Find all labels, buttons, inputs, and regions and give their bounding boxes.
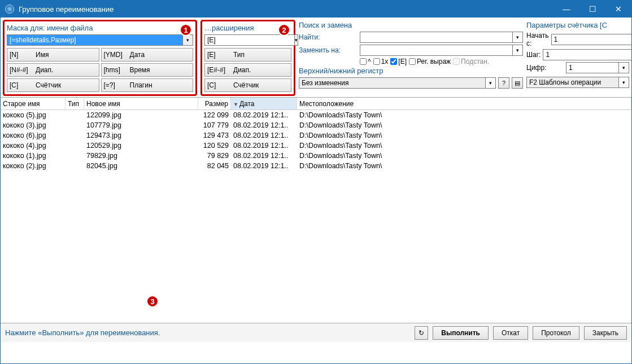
ext-mask-group: 2 …расширения ▾ [E]Тип[E#-#]Диап.[C]Счёт… <box>201 20 295 96</box>
name-mask-group: 1 Маска для: имени файла ▾ [N]Имя[YMD]Да… <box>3 20 197 96</box>
find-input[interactable] <box>360 32 513 43</box>
close-button[interactable]: ✕ <box>605 1 631 17</box>
counter-start-label: Начать с: <box>526 32 549 47</box>
undo-button[interactable]: Откат <box>493 326 528 340</box>
col-location[interactable]: Местоположение <box>297 98 631 109</box>
annotation-badge-3: 3 <box>146 295 159 308</box>
counter-digits-dropdown[interactable]: ▾ <box>619 62 629 73</box>
find-replace-header: Поиск и замена <box>299 21 523 29</box>
template-select[interactable]: F2 Шаблоны операции <box>526 77 619 88</box>
counter-digits-select[interactable]: 1 <box>566 62 619 73</box>
table-row[interactable]: кококо (4).jpg120529.jpg120 52908.02.201… <box>1 141 631 151</box>
chk-caret[interactable]: ^ <box>360 58 371 65</box>
list-header: Старое имя Тип Новое имя Размер ▼Дата Ме… <box>1 98 631 110</box>
window-title: Групповое переименование <box>19 5 553 14</box>
name-mask-btn[interactable]: [=?]Плагин <box>101 78 194 92</box>
name-mask-btn[interactable]: [N]Имя <box>7 48 99 62</box>
ext-mask-btn[interactable]: [C]Счётчик <box>204 78 291 92</box>
help-button[interactable]: ? <box>498 77 509 89</box>
case-dropdown[interactable]: ▾ <box>486 77 496 89</box>
annotation-badge-1: 1 <box>180 24 192 36</box>
minimize-button[interactable]: — <box>553 1 579 17</box>
name-mask-dropdown[interactable]: ▾ <box>183 34 193 46</box>
replace-input[interactable] <box>360 45 513 56</box>
find-history-dropdown[interactable]: ▾ <box>513 32 523 43</box>
ext-mask-btn[interactable]: [E]Тип <box>204 48 291 62</box>
app-icon <box>5 5 14 14</box>
titlebar: Групповое переименование — ☐ ✕ <box>1 1 631 17</box>
annotation-badge-2: 2 <box>278 24 290 36</box>
table-row[interactable]: кококо (3).jpg107779.jpg107 77908.02.201… <box>1 120 631 130</box>
replace-history-dropdown[interactable]: ▾ <box>513 45 523 56</box>
template-dropdown[interactable]: ▾ <box>619 77 629 88</box>
replace-label: Заменить на: <box>299 46 360 54</box>
name-mask-btn[interactable]: [hms]Время <box>101 63 194 77</box>
col-new-name[interactable]: Новое имя <box>84 98 198 109</box>
execute-button[interactable]: Выполнить <box>433 326 489 340</box>
file-list: Старое имя Тип Новое имя Размер ▼Дата Ме… <box>1 97 631 323</box>
col-size[interactable]: Размер <box>198 98 231 109</box>
counter-step-label: Шаг: <box>526 51 541 59</box>
col-old-name[interactable]: Старое имя <box>1 98 66 109</box>
counter-digits-label: Цифр: <box>526 64 564 72</box>
counter-start-input[interactable] <box>551 34 633 45</box>
col-type[interactable]: Тип <box>66 98 84 109</box>
counter-step-input[interactable] <box>543 49 632 60</box>
edit-button[interactable]: ▤ <box>512 77 523 89</box>
counter-header: Параметры счётчика [C <box>526 21 629 29</box>
close-button-footer[interactable]: Закрыть <box>584 326 627 340</box>
table-row[interactable]: кококо (2).jpg82045.jpg82 04508.02.2019 … <box>1 161 631 171</box>
ext-mask-btn[interactable]: [E#-#]Диап. <box>204 63 291 77</box>
name-mask-input[interactable] <box>7 34 183 46</box>
find-replace-group: Поиск и замена Найти: ▾ Заменить на: ▾ ^… <box>299 20 523 89</box>
find-label: Найти: <box>299 33 360 41</box>
maximize-button[interactable]: ☐ <box>579 1 605 17</box>
footer: Нажмите «Выполнить» для переименования. … <box>1 323 631 342</box>
refresh-button[interactable]: ↻ <box>415 326 428 340</box>
name-mask-btn[interactable]: [C]Счётчик <box>7 78 99 92</box>
table-row[interactable]: кококо (6).jpg129473.jpg129 47308.02.201… <box>1 130 631 141</box>
chk-1x[interactable]: 1x <box>373 58 389 65</box>
name-mask-btn[interactable]: [YMD]Дата <box>101 48 194 62</box>
protocol-button[interactable]: Протокол <box>533 326 579 340</box>
counter-group: Параметры счётчика [C Начать с: Шаг: Циф… <box>526 20 629 88</box>
footer-hint: Нажмите «Выполнить» для переименования. <box>5 328 410 337</box>
table-row[interactable]: кококо (1).jpg79829.jpg79 82908.02.2019 … <box>1 151 631 161</box>
sort-arrow-icon: ▼ <box>233 102 238 107</box>
table-row[interactable]: кококо (5).jpg122099.jpg122 09908.02.201… <box>1 110 631 120</box>
chk-regex[interactable]: Рег. выраж <box>409 58 451 65</box>
col-date[interactable]: ▼Дата <box>231 98 297 109</box>
name-mask-btn[interactable]: [N#-#]Диап. <box>7 63 99 77</box>
ext-mask-input[interactable] <box>204 34 295 46</box>
case-select[interactable]: Без изменения <box>299 77 486 89</box>
ext-mask-dropdown[interactable]: ▾ <box>295 34 298 46</box>
chk-E[interactable]: [E] <box>390 58 407 65</box>
name-mask-header: Маска для: имени файла <box>7 24 193 32</box>
case-header: Верхний/нижний регистр <box>299 67 523 75</box>
chk-subst: Подстан. <box>453 58 489 65</box>
